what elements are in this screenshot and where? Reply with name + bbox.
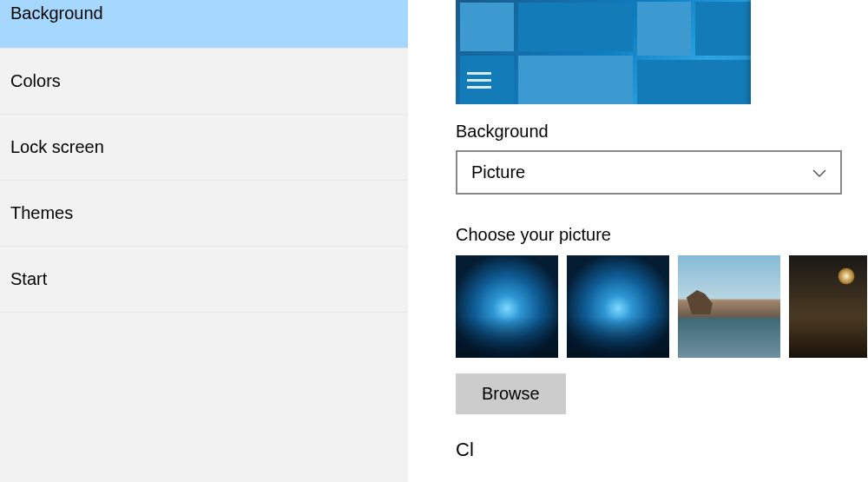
picture-thumbnail[interactable] — [456, 255, 558, 358]
sidebar-item-label: Colors — [10, 71, 61, 91]
sidebar-item-background[interactable]: Background — [0, 0, 408, 49]
sidebar-item-themes[interactable]: Themes — [0, 181, 408, 247]
sidebar-item-start[interactable]: Start — [0, 247, 408, 313]
settings-sidebar: Background Colors Lock screen Themes Sta… — [0, 0, 408, 482]
picture-thumbnail[interactable] — [567, 255, 669, 358]
picture-thumbnail[interactable] — [789, 255, 867, 358]
sidebar-item-label: Lock screen — [10, 137, 104, 157]
background-type-dropdown[interactable]: Picture — [456, 150, 842, 195]
dropdown-value: Picture — [471, 162, 525, 182]
sidebar-item-colors[interactable]: Colors — [0, 49, 408, 115]
picture-thumbnails — [456, 255, 868, 358]
picture-thumbnail[interactable] — [678, 255, 780, 358]
sidebar-item-label: Themes — [10, 203, 73, 223]
chevron-down-icon — [812, 162, 826, 182]
sidebar-item-label: Background — [10, 3, 103, 23]
sidebar-item-lock-screen[interactable]: Lock screen — [0, 115, 408, 181]
main-content: Background Picture Choose your picture B… — [408, 0, 868, 482]
browse-button[interactable]: Browse — [456, 373, 566, 414]
sidebar-item-label: Start — [10, 269, 47, 289]
partial-heading: Cl — [456, 439, 868, 461]
desktop-preview — [456, 0, 868, 104]
background-label: Background — [456, 122, 868, 142]
choose-picture-label: Choose your picture — [456, 225, 868, 245]
